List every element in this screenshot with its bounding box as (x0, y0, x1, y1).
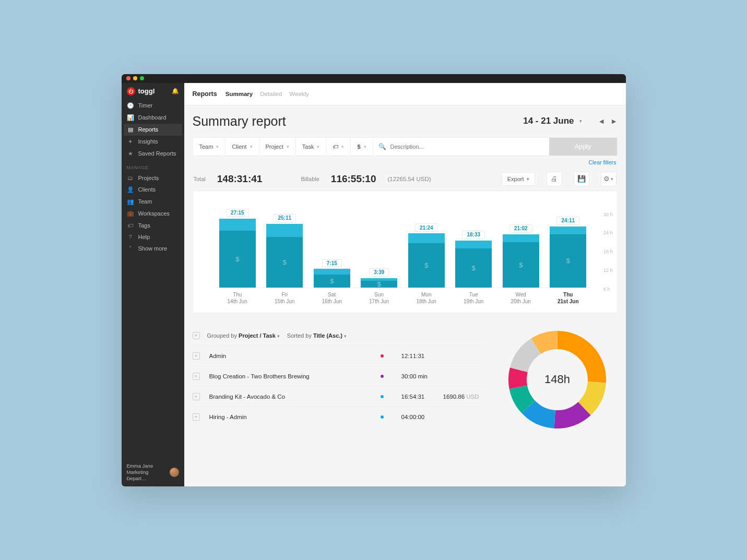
filter-task[interactable]: Task▾ (296, 138, 327, 156)
filter-team[interactable]: Team▾ (193, 138, 226, 156)
close-window-icon[interactable] (126, 76, 131, 80)
expand-row-button[interactable]: + (193, 373, 200, 380)
sidebar-item-tags[interactable]: 🏷Tags (122, 220, 184, 231)
sidebar-item-show-more[interactable]: ˅Show more (122, 243, 184, 255)
apply-button[interactable]: Apply (549, 138, 617, 156)
clock-icon: 🕒 (127, 102, 134, 109)
dollar-icon: $ (424, 261, 428, 269)
user-block[interactable]: Emma Jane Marketing Depart… (122, 458, 184, 486)
search-icon: 🔍 (378, 143, 386, 150)
maximize-window-icon[interactable] (140, 76, 144, 80)
folder-icon: 🗂 (127, 175, 134, 181)
sidebar-item-label: Clients (138, 186, 156, 193)
list-item[interactable]: +Branding Kit - Avocado & Co16:54:311690… (193, 386, 485, 407)
description-input[interactable] (390, 144, 544, 150)
filter-tags[interactable]: 🏷▾ (326, 138, 351, 156)
notifications-icon[interactable]: 🔔 (172, 88, 179, 94)
briefcase-icon: 💼 (127, 210, 134, 217)
billable-value: 116:55:10 (331, 173, 376, 185)
date-range-control[interactable]: 14 - 21 June ▾ ◀ ▶ (523, 116, 617, 126)
sidebar-item-team[interactable]: 👥Team (122, 196, 184, 208)
row-name: Branding Kit - Avocado & Co (209, 394, 375, 400)
next-period-button[interactable]: ▶ (610, 118, 618, 125)
sidebar-item-label: Insights (138, 138, 158, 145)
dollar-icon: $ (357, 144, 360, 150)
sidebar-item-clients[interactable]: 👤Clients (122, 184, 184, 196)
bar-17th-Jun[interactable]: 3:39$ (355, 278, 403, 288)
user-workspace: Marketing Depart… (127, 469, 167, 482)
dollar-icon: $ (283, 258, 287, 266)
dollar-icon: $ (472, 264, 476, 272)
bar-20th-Jun[interactable]: 21:02$ (497, 234, 545, 288)
sidebar-item-insights[interactable]: ✦Insights (122, 136, 184, 148)
brand-name: toggl (138, 87, 169, 95)
sidebar-item-help[interactable]: ?Help (122, 231, 184, 243)
bar-18th-Jun[interactable]: 21:24$ (403, 233, 450, 287)
bar-chart: 30 h24 h18 h12 h6 h 27:15$25:11$7:15$3:3… (193, 190, 618, 313)
sparkle-icon: ✦ (127, 138, 134, 145)
tabs-title: Reports (193, 90, 217, 98)
main: Reports SummaryDetailedWeekly Summary re… (184, 83, 626, 486)
print-button[interactable]: 🖨 (547, 172, 562, 186)
list-item[interactable]: +Admin12:11:31 (193, 345, 485, 366)
expand-all-button[interactable]: + (193, 332, 200, 339)
sidebar-item-workspaces[interactable]: 💼Workspaces (122, 208, 184, 220)
brand-logo-icon: ⏻ (127, 87, 135, 96)
dollar-icon: $ (566, 257, 570, 265)
sidebar-item-reports[interactable]: ▤Reports (124, 124, 182, 136)
clear-filters-link[interactable]: Clear filters (193, 156, 618, 165)
tab-weekly[interactable]: Weekly (289, 91, 309, 97)
sidebar-item-label: Reports (138, 126, 159, 133)
bar-21st-Jun[interactable]: 24:11$ (544, 227, 592, 288)
sidebar-item-saved-reports[interactable]: ★Saved Reports (122, 148, 184, 160)
row-duration: 12:11:31 (401, 353, 438, 359)
bar-label: 7:15 (322, 259, 342, 267)
star-icon: ★ (127, 150, 134, 157)
dollar-icon: $ (519, 261, 523, 269)
filter-project[interactable]: Project▾ (259, 138, 296, 156)
grouping-controls: + Grouped by Project / Task ▾ Sorted by … (193, 329, 485, 345)
bar-19th-Jun[interactable]: 18:33$ (450, 241, 497, 288)
tab-summary[interactable]: Summary (226, 91, 253, 97)
chevron-down-icon: ˅ (127, 245, 134, 252)
minimize-window-icon[interactable] (133, 76, 137, 80)
settings-button[interactable]: ⚙▾ (601, 172, 616, 186)
sidebar-item-dashboard[interactable]: 📊Dashboard (122, 112, 184, 124)
filter-client[interactable]: Client▾ (226, 138, 259, 156)
print-icon: 🖨 (551, 175, 558, 183)
bar-16th-Jun[interactable]: 7:15$ (309, 269, 356, 287)
sidebar-item-projects[interactable]: 🗂Projects (122, 172, 184, 184)
window-titlebar (122, 74, 626, 83)
save-button[interactable]: 💾 (574, 172, 589, 186)
sidebar-item-timer[interactable]: 🕒Timer (122, 100, 184, 112)
row-name: Admin (209, 353, 375, 359)
list-item[interactable]: +Hiring - Admin04:00:00 (193, 407, 485, 427)
sidebar-item-label: Workspaces (138, 210, 170, 217)
chevron-down-icon: ▾ (579, 118, 582, 124)
expand-row-button[interactable]: + (193, 393, 200, 400)
dollar-icon: $ (330, 277, 334, 285)
chevron-down-icon: ▾ (287, 144, 289, 149)
date-range-label: 14 - 21 June (523, 116, 574, 126)
user-icon: 👤 (127, 186, 134, 193)
filter-billable[interactable]: $▾ (351, 138, 373, 156)
tag-icon: 🏷 (333, 144, 338, 150)
bar-15th-Jun[interactable]: 25:11$ (261, 224, 309, 288)
y-axis: 30 h24 h18 h12 h6 h (603, 212, 613, 292)
expand-row-button[interactable]: + (193, 352, 200, 360)
x-tick: Thu14th Jun (214, 288, 262, 308)
sidebar-item-label: Team (138, 198, 152, 205)
bar-14th-Jun[interactable]: 27:15$ (214, 219, 262, 288)
list-item[interactable]: +Blog Creation - Two Brothers Brewing30:… (193, 366, 485, 386)
grouped-by[interactable]: Grouped by Project / Task ▾ (207, 332, 280, 339)
document-icon: ▤ (127, 126, 134, 133)
sorted-by[interactable]: Sorted by Title (Asc.) ▾ (287, 332, 347, 339)
prev-period-button[interactable]: ◀ (598, 118, 605, 125)
export-button[interactable]: Export▾ (502, 172, 535, 186)
bar-label: 21:24 (415, 223, 438, 232)
tab-detailed[interactable]: Detailed (260, 91, 282, 97)
expand-row-button[interactable]: + (193, 413, 200, 421)
filter-description[interactable]: 🔍 (373, 138, 549, 156)
bars-icon: 📊 (127, 114, 134, 121)
page-title: Summary report (193, 114, 286, 129)
